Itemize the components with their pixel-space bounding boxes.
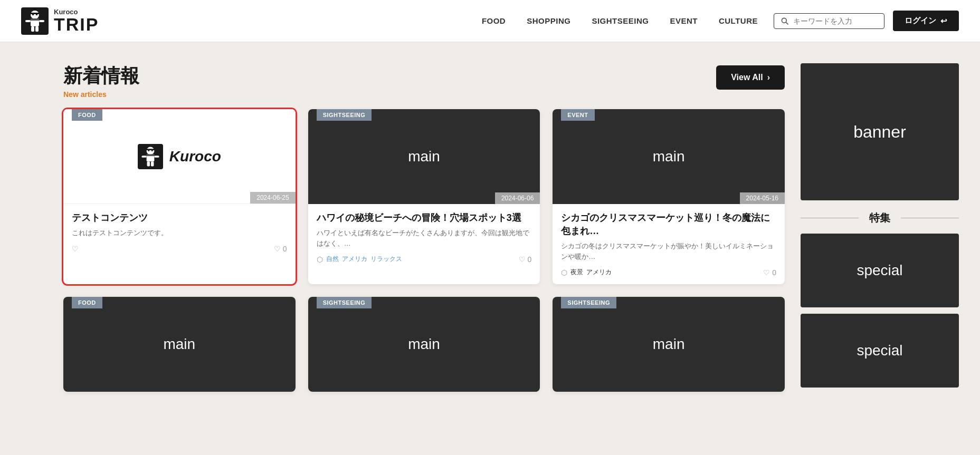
view-all-button[interactable]: View All › (716, 65, 785, 90)
tag-relax[interactable]: リラックス (370, 255, 402, 264)
banner-block[interactable]: banner (801, 63, 959, 200)
card-5-category-badge: SIGHTSEEING (317, 297, 372, 308)
search-icon (781, 17, 789, 25)
kuroco-brand-name: Kuroco (169, 148, 221, 165)
heart-icon: ♡ (274, 245, 281, 253)
card-6-image: main (553, 297, 785, 392)
card-3-likes: ♡ 0 (763, 268, 776, 277)
nav-culture[interactable]: CULTURE (719, 16, 758, 25)
chevron-right-icon: › (767, 73, 770, 82)
card-6-image-label: main (653, 336, 685, 353)
svg-rect-4 (31, 13, 39, 14)
card-3-body: シカゴのクリスマスマーケット巡り！冬の魔法に包まれ… シカゴの冬はクリスマスマー… (553, 204, 785, 284)
special-block-2[interactable]: special (801, 314, 959, 388)
svg-rect-6 (25, 20, 31, 22)
card-5-image: main (308, 297, 540, 392)
card-1-tags: ♡ (72, 245, 79, 253)
ninja-logo-icon (21, 7, 49, 35)
card-3-image-label: main (653, 148, 685, 165)
card-2-like-count: 0 (528, 255, 532, 264)
card-1-footer: ♡ ♡ 0 (72, 245, 287, 253)
special-1-label: special (857, 262, 902, 279)
heart-icon-3: ♡ (763, 268, 770, 277)
card-2-likes: ♡ 0 (519, 255, 532, 264)
card-ninja-icon (138, 144, 163, 169)
card-2-image-label: main (408, 148, 440, 165)
svg-rect-23 (146, 154, 154, 156)
kuroco-brand-area: Kuroco (138, 144, 221, 169)
cards-row-2: FOOD main SIGHTSEEING main SIGHTSEEING m… (63, 297, 785, 392)
svg-rect-9 (35, 26, 39, 32)
sidebar: banner 特集 special special (801, 63, 959, 404)
tag-shizen[interactable]: 自然 (326, 255, 339, 264)
cards-row-1: FOOD (63, 109, 785, 284)
banner-label: banner (853, 122, 906, 142)
logo-trip-text: TRIP (54, 15, 99, 33)
tag-america-3[interactable]: アメリカ (586, 268, 612, 277)
card-3-category-badge: EVENT (561, 109, 594, 121)
svg-point-14 (146, 147, 154, 154)
section-header: 新着情報 New articles View All › (63, 63, 785, 99)
heart-icon-2: ♡ (519, 255, 526, 264)
card-5[interactable]: SIGHTSEEING main (308, 297, 540, 392)
search-input[interactable] (793, 17, 878, 25)
tag-america[interactable]: アメリカ (342, 255, 367, 264)
section-title-block: 新着情報 New articles (63, 63, 139, 99)
card-3-description: シカゴの冬はクリスマスマーケットが賑やか！美しいイルミネーションや暖か… (561, 241, 776, 262)
card-1[interactable]: FOOD (63, 109, 296, 284)
content-area: 新着情報 New articles View All › FOOD (63, 63, 785, 404)
divider-right (901, 218, 959, 218)
card-5-image-label: main (408, 336, 440, 353)
card-1-category-badge: FOOD (72, 109, 102, 121)
card-2-tags: ⬡ 自然 アメリカ リラックス (317, 255, 402, 264)
special-block-1[interactable]: special (801, 234, 959, 307)
tag-icon-3: ⬡ (561, 268, 567, 277)
card-2-footer: ⬡ 自然 アメリカ リラックス ♡ 0 (317, 255, 532, 264)
section-title: 新着情報 (63, 63, 139, 89)
tokushu-title: 特集 (859, 211, 901, 225)
card-4-image: main (63, 297, 296, 392)
svg-rect-10 (31, 18, 39, 21)
login-arrow-icon: ↩ (940, 16, 947, 26)
header: Kuroco TRIP FOOD SHOPPING SIGHTSEEING EV… (0, 0, 980, 42)
nav-sightseeing[interactable]: SIGHTSEEING (592, 16, 649, 25)
divider-left (801, 218, 859, 218)
card-1-like-count: 0 (283, 245, 287, 253)
card-2-title: ハワイの秘境ビーチへの冒険！穴場スポット3選 (317, 211, 532, 225)
card-3-tags: ⬡ 夜景 アメリカ (561, 268, 612, 277)
tag-yakei[interactable]: 夜景 (570, 268, 583, 277)
tokushu-section-header: 特集 (801, 211, 959, 225)
svg-line-12 (786, 22, 788, 24)
card-3-footer: ⬡ 夜景 アメリカ ♡ 0 (561, 268, 776, 277)
tag-icon: ♡ (72, 245, 79, 253)
card-2-category-badge: SIGHTSEEING (317, 109, 372, 121)
card-2-image: main 2024-06-06 (308, 109, 540, 204)
card-6[interactable]: SIGHTSEEING main (553, 297, 785, 392)
nav-shopping[interactable]: SHOPPING (527, 16, 570, 25)
card-3-title: シカゴのクリスマスマーケット巡り！冬の魔法に包まれ… (561, 211, 776, 238)
nav-food[interactable]: FOOD (482, 16, 506, 25)
card-2-body: ハワイの秘境ビーチへの冒険！穴場スポット3選 ハワイといえば有名なビーチがたくさ… (308, 204, 540, 271)
logo-area: Kuroco TRIP (21, 7, 99, 35)
card-3-image: main 2024-05-16 (553, 109, 785, 204)
card-1-date: 2024-06-25 (250, 192, 295, 204)
card-6-category-badge: SIGHTSEEING (561, 297, 616, 308)
login-label: ログイン (905, 16, 936, 26)
nav-event[interactable]: EVENT (670, 16, 698, 25)
svg-rect-22 (151, 161, 154, 166)
main-nav: FOOD SHOPPING SIGHTSEEING EVENT CULTURE (482, 16, 758, 25)
special-2-label: special (857, 342, 902, 359)
card-4[interactable]: FOOD main (63, 297, 296, 392)
logo-text: Kuroco TRIP (54, 8, 99, 33)
card-1-title: テストコンテンツ (72, 211, 287, 225)
card-1-body: テストコンテンツ これはテストコンテンツです。 ♡ ♡ 0 (63, 204, 296, 260)
view-all-label: View All (731, 73, 763, 82)
card-3-date: 2024-05-16 (740, 192, 785, 204)
login-button[interactable]: ログイン ↩ (893, 11, 959, 31)
card-2-date: 2024-06-06 (495, 192, 540, 204)
svg-rect-7 (39, 20, 44, 22)
card-3[interactable]: EVENT main 2024-05-16 シカゴのクリスマスマーケット巡り！冬… (553, 109, 785, 284)
card-2[interactable]: SIGHTSEEING main 2024-06-06 ハワイの秘境ビーチへの冒… (308, 109, 540, 284)
main-content: 新着情報 New articles View All › FOOD (0, 42, 980, 425)
svg-rect-17 (146, 149, 154, 150)
